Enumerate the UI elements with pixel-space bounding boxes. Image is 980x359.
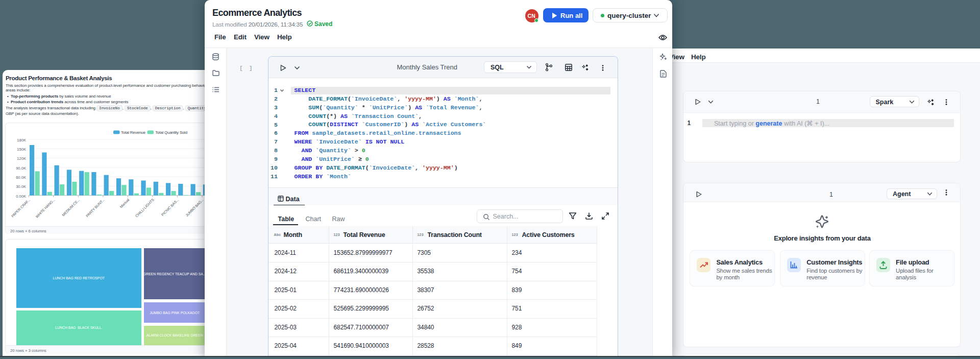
- svg-text:CHILLI LIGHTS: CHILLI LIGHTS: [135, 198, 155, 218]
- svg-text:PICNIC BAS...: PICNIC BAS...: [161, 198, 180, 217]
- svg-text:Total Quantity Sold: Total Quantity Sold: [155, 130, 187, 135]
- svg-text:150K: 150K: [17, 147, 26, 152]
- svg-text:PAPER CRAF...: PAPER CRAF...: [11, 198, 31, 219]
- svg-text:90.0K: 90.0K: [16, 166, 26, 171]
- svg-text:Manual: Manual: [119, 198, 130, 209]
- svg-text:WHITE HANG...: WHITE HANG...: [35, 198, 56, 219]
- svg-text:180K: 180K: [17, 138, 26, 142]
- svg-text:JUMBO BAG...: JUMBO BAG...: [185, 198, 205, 218]
- svg-text:PARTY BUNT...: PARTY BUNT...: [85, 198, 106, 219]
- svg-text:120K: 120K: [17, 156, 26, 161]
- svg-text:30.0K: 30.0K: [16, 184, 26, 189]
- svg-text:60.0K: 60.0K: [16, 175, 26, 180]
- svg-text:0.00K: 0.00K: [16, 194, 26, 199]
- svg-text:Total Revenue: Total Revenue: [121, 130, 145, 135]
- svg-text:MEDIUM CE...: MEDIUM CE...: [61, 198, 81, 218]
